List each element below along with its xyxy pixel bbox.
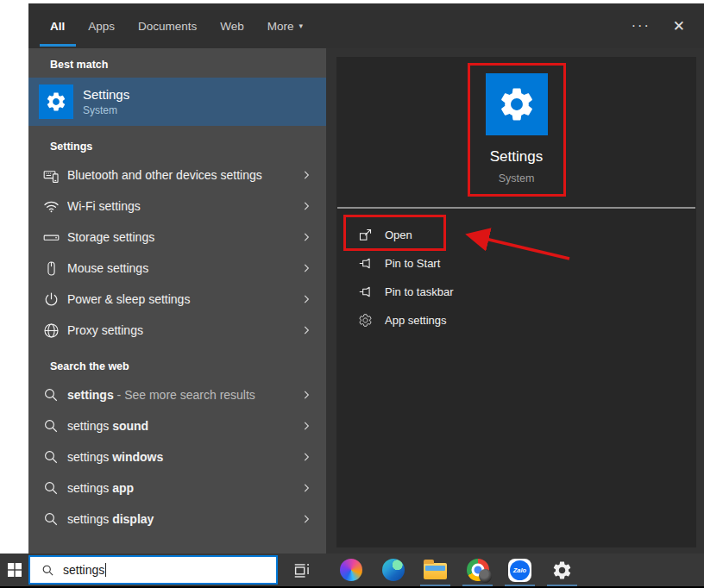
tab-more-label: More bbox=[267, 20, 294, 33]
search-icon bbox=[41, 564, 54, 577]
web-section-header: Search the web bbox=[28, 346, 326, 379]
file-explorer-button[interactable] bbox=[414, 554, 456, 586]
pin-icon bbox=[358, 256, 373, 271]
search-query-text: settings bbox=[63, 563, 104, 577]
chrome-button[interactable] bbox=[456, 554, 499, 586]
taskbar-search-input[interactable]: settings bbox=[28, 555, 278, 585]
action-app-settings[interactable]: App settings bbox=[336, 306, 696, 335]
screenshot-page: All Apps Documents Web More ▾ ··· ✕ Best… bbox=[0, 0, 704, 588]
mouse-icon bbox=[41, 260, 60, 277]
chevron-right-icon[interactable] bbox=[300, 169, 312, 181]
chevron-right-icon[interactable] bbox=[300, 513, 312, 525]
gear-icon bbox=[551, 560, 573, 581]
search-results-panel: Best match Settings System Settings bbox=[28, 48, 326, 554]
best-match-result-settings[interactable]: Settings System bbox=[28, 78, 326, 126]
open-icon bbox=[358, 228, 373, 242]
task-view-icon bbox=[293, 561, 311, 579]
preview-title: Settings bbox=[336, 148, 696, 166]
gear-icon bbox=[358, 313, 373, 328]
file-explorer-icon bbox=[424, 563, 447, 579]
bluetooth-devices-icon bbox=[41, 167, 60, 184]
context-actions: Open Pin to Start Pin to taskbar Ap bbox=[336, 221, 696, 335]
web-result-see-more[interactable]: settings - See more search results bbox=[28, 379, 326, 410]
chevron-right-icon[interactable] bbox=[300, 482, 312, 494]
gear-icon bbox=[497, 84, 537, 124]
chrome-profile-badge bbox=[479, 569, 492, 583]
windows-logo-icon bbox=[8, 563, 22, 577]
chrome-icon bbox=[467, 559, 489, 581]
chevron-right-icon[interactable] bbox=[300, 324, 312, 336]
search-icon bbox=[41, 511, 60, 527]
settings-section-header: Settings bbox=[28, 126, 326, 160]
edge-button[interactable] bbox=[372, 554, 414, 586]
more-options-button[interactable]: ··· bbox=[632, 18, 651, 34]
chevron-right-icon[interactable] bbox=[300, 200, 312, 212]
tab-all[interactable]: All bbox=[50, 3, 65, 48]
chevron-right-icon[interactable] bbox=[300, 420, 312, 432]
tab-apps[interactable]: Apps bbox=[88, 3, 115, 48]
active-tab-indicator bbox=[40, 44, 76, 47]
best-match-subtitle: System bbox=[83, 104, 129, 116]
chevron-right-icon[interactable] bbox=[300, 389, 312, 401]
close-icon[interactable]: ✕ bbox=[673, 17, 685, 35]
web-result-settings-display[interactable]: settings display bbox=[28, 504, 326, 535]
search-icon bbox=[41, 418, 60, 434]
tab-web[interactable]: Web bbox=[220, 3, 244, 48]
globe-icon bbox=[41, 322, 60, 339]
tab-more[interactable]: More ▾ bbox=[267, 3, 303, 48]
app-preview: Settings System bbox=[336, 73, 696, 185]
best-match-title: Settings bbox=[83, 87, 129, 102]
storage-icon bbox=[41, 229, 60, 246]
result-proxy-settings[interactable]: Proxy settings bbox=[28, 315, 326, 346]
start-button[interactable] bbox=[0, 554, 28, 586]
separator bbox=[337, 207, 695, 209]
preview-area: Settings System Open Pin to Start bbox=[326, 48, 704, 554]
start-search-flyout: All Apps Documents Web More ▾ ··· ✕ Best… bbox=[28, 3, 704, 554]
result-wifi-settings[interactable]: Wi-Fi settings bbox=[28, 191, 326, 222]
web-result-settings-windows[interactable]: settings windows bbox=[28, 441, 326, 472]
web-result-settings-sound[interactable]: settings sound bbox=[28, 410, 326, 441]
chevron-right-icon[interactable] bbox=[300, 231, 312, 243]
result-mouse-settings[interactable]: Mouse settings bbox=[28, 253, 326, 284]
action-pin-to-start[interactable]: Pin to Start bbox=[336, 249, 696, 278]
result-power-sleep-settings[interactable]: Power & sleep settings bbox=[28, 284, 326, 315]
chevron-right-icon[interactable] bbox=[300, 451, 312, 463]
search-filter-bar: All Apps Documents Web More ▾ ··· ✕ bbox=[28, 3, 704, 48]
wifi-icon bbox=[41, 198, 60, 215]
tab-all-label: All bbox=[50, 20, 65, 33]
edge-icon bbox=[382, 559, 405, 581]
web-result-settings-app[interactable]: settings app bbox=[28, 472, 326, 504]
search-icon bbox=[41, 480, 60, 496]
settings-app-icon bbox=[39, 84, 73, 119]
copilot-icon bbox=[340, 559, 362, 581]
chevron-down-icon: ▾ bbox=[299, 22, 304, 30]
zalo-button[interactable]: Zalo bbox=[499, 554, 541, 586]
chevron-right-icon[interactable] bbox=[300, 262, 312, 274]
result-bluetooth-settings[interactable]: Bluetooth and other devices settings bbox=[28, 160, 326, 191]
settings-taskbar-button[interactable] bbox=[541, 554, 583, 586]
action-pin-to-taskbar[interactable]: Pin to taskbar bbox=[336, 278, 696, 306]
search-icon bbox=[41, 449, 60, 465]
copilot-button[interactable] bbox=[330, 554, 372, 586]
zalo-icon: Zalo bbox=[508, 559, 531, 582]
taskbar: settings Zalo bbox=[0, 554, 704, 586]
settings-app-icon-large bbox=[486, 73, 548, 135]
best-match-header: Best match bbox=[28, 48, 326, 78]
text-cursor bbox=[105, 563, 106, 577]
tab-documents[interactable]: Documents bbox=[138, 3, 197, 48]
filter-tabs: All Apps Documents Web More ▾ bbox=[50, 3, 303, 48]
chevron-right-icon[interactable] bbox=[300, 293, 312, 305]
pin-icon bbox=[358, 285, 373, 299]
search-icon bbox=[41, 387, 60, 403]
action-open[interactable]: Open bbox=[336, 221, 696, 249]
result-storage-settings[interactable]: Storage settings bbox=[28, 222, 326, 253]
preview-panel: Settings System Open Pin to Start bbox=[336, 57, 696, 547]
gear-icon bbox=[45, 91, 67, 113]
power-icon bbox=[41, 291, 60, 308]
preview-subtitle: System bbox=[336, 172, 696, 185]
task-view-button[interactable] bbox=[286, 554, 318, 586]
